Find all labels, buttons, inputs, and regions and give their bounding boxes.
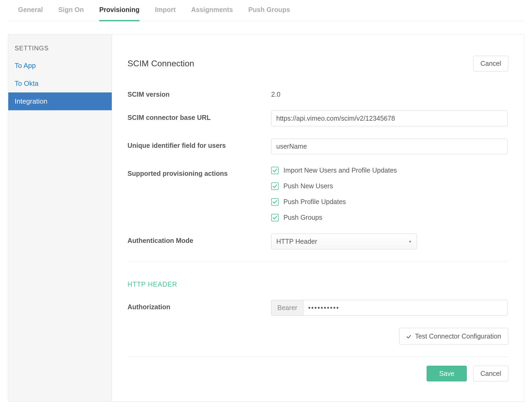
caret-down-icon: ▼ xyxy=(408,239,412,244)
action-label: Push Profile Updates xyxy=(283,198,346,206)
sidebar-item-integration[interactable]: Integration xyxy=(8,92,112,110)
tab-import[interactable]: Import xyxy=(155,6,176,21)
footer-actions: Save Cancel xyxy=(127,356,508,381)
action-push-new-users[interactable]: Push New Users xyxy=(271,182,397,190)
main-panel: SETTINGS To App To Okta Integration SCIM… xyxy=(8,34,524,402)
tab-provisioning[interactable]: Provisioning xyxy=(99,6,139,21)
settings-sidebar: SETTINGS To App To Okta Integration xyxy=(8,34,112,401)
cancel-button-top[interactable]: Cancel xyxy=(473,56,508,71)
sidebar-item-to-app[interactable]: To App xyxy=(8,57,112,75)
authorization-group: Bearer xyxy=(271,300,508,316)
actions-list: Import New Users and Profile Updates Pus… xyxy=(271,166,397,221)
checkbox-icon xyxy=(271,167,279,174)
actions-label: Supported provisioning actions xyxy=(127,166,271,177)
base-url-label: SCIM connector base URL xyxy=(127,111,271,121)
test-connector-label: Test Connector Configuration xyxy=(415,332,501,340)
tab-assignments[interactable]: Assignments xyxy=(191,6,233,21)
content-area: SCIM Connection Cancel SCIM version 2.0 … xyxy=(112,34,524,401)
action-push-profile-updates[interactable]: Push Profile Updates xyxy=(271,198,397,206)
unique-id-label: Unique identifier field for users xyxy=(127,139,271,149)
divider xyxy=(127,262,508,262)
checkbox-icon xyxy=(271,182,279,190)
cancel-button[interactable]: Cancel xyxy=(473,366,508,381)
action-label: Push Groups xyxy=(283,214,322,221)
authorization-label: Authorization xyxy=(127,300,271,311)
action-label: Import New Users and Profile Updates xyxy=(283,166,397,174)
sidebar-heading: SETTINGS xyxy=(8,34,112,57)
auth-mode-value: HTTP Header xyxy=(276,238,317,245)
section-title: SCIM Connection xyxy=(127,59,194,68)
action-label: Push New Users xyxy=(283,182,333,190)
unique-id-input[interactable] xyxy=(271,139,508,154)
tab-general[interactable]: General xyxy=(18,6,43,21)
action-import-new-users[interactable]: Import New Users and Profile Updates xyxy=(271,166,397,174)
base-url-input[interactable] xyxy=(271,111,508,126)
auth-mode-select[interactable]: HTTP Header ▼ xyxy=(271,234,417,249)
action-push-groups[interactable]: Push Groups xyxy=(271,214,397,221)
checkbox-icon xyxy=(271,214,279,221)
tab-sign-on[interactable]: Sign On xyxy=(58,6,84,21)
checkbox-icon xyxy=(271,198,279,206)
scim-version-value: 2.0 xyxy=(271,87,281,98)
auth-mode-label: Authentication Mode xyxy=(127,234,271,245)
tab-push-groups[interactable]: Push Groups xyxy=(248,6,290,21)
http-header-title: HTTP HEADER xyxy=(127,280,508,288)
test-connector-button[interactable]: Test Connector Configuration xyxy=(399,328,508,345)
authorization-token-input[interactable] xyxy=(303,300,508,316)
tab-bar: General Sign On Provisioning Import Assi… xyxy=(8,0,524,21)
bearer-prefix: Bearer xyxy=(271,300,303,316)
check-icon xyxy=(406,332,411,340)
scim-version-label: SCIM version xyxy=(127,87,271,98)
save-button[interactable]: Save xyxy=(427,366,467,381)
sidebar-item-to-okta[interactable]: To Okta xyxy=(8,75,112,92)
